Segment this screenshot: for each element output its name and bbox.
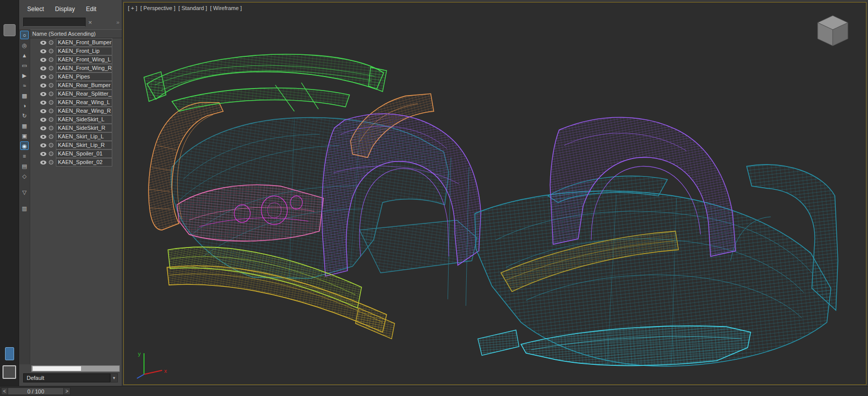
bucket-icon[interactable]: ▥ <box>20 204 29 212</box>
explorer-display-toolbar: ○ ◎ ▲ ▭ ▶ ≈ ▩ ◑ ↻ ▦ ▣ ◉ ≡ ▤ ◇ ▽ ▥ <box>19 29 30 364</box>
viewport-menu-view[interactable]: [ Perspective ] <box>140 5 176 11</box>
object-type-icon[interactable] <box>49 49 53 53</box>
scene-object-row[interactable]: KAEN_Pipes <box>30 72 122 81</box>
display-geometry-icon[interactable]: ◑ <box>20 101 29 110</box>
scene-object-row[interactable]: KAEN_Spoiler_02 <box>30 158 122 167</box>
chevron-down-icon[interactable]: ▾ <box>110 373 118 382</box>
visibility-eye-icon[interactable] <box>40 143 46 147</box>
perspective-viewport[interactable]: [ + ] [ Perspective ] [ Standard ] [ Wir… <box>123 2 866 385</box>
object-type-icon[interactable] <box>49 74 53 79</box>
prev-frame-button[interactable]: < <box>1 387 8 395</box>
toolbar-overflow-icon[interactable]: » <box>116 19 119 25</box>
object-type-icon[interactable] <box>49 66 53 70</box>
world-axis-tripod: y x <box>129 347 171 380</box>
display-hidden-icon[interactable]: ◉ <box>20 141 29 150</box>
object-name: KAEN_Pipes <box>56 72 112 81</box>
visibility-eye-icon[interactable] <box>40 84 46 88</box>
scene-object-row[interactable]: KAEN_Front_Wing_L <box>30 55 122 64</box>
object-type-icon[interactable] <box>49 143 53 147</box>
visibility-eye-icon[interactable] <box>40 92 46 96</box>
viewcube[interactable] <box>812 13 854 50</box>
visibility-eye-icon[interactable] <box>40 118 46 122</box>
object-type-icon[interactable] <box>49 40 53 45</box>
object-name: KAEN_Front_Bumper <box>56 38 112 47</box>
object-list: Name (Sorted Ascending) KAEN_Front_Bumpe… <box>30 29 122 364</box>
horizontal-scrollbar[interactable] <box>31 365 120 372</box>
visibility-eye-icon[interactable] <box>40 152 46 156</box>
clear-search-icon[interactable]: × <box>86 19 95 26</box>
viewport-label: [ + ] [ Perspective ] [ Standard ] [ Wir… <box>128 5 242 11</box>
list-view-icon[interactable]: ≡ <box>20 151 29 160</box>
scene-object-row[interactable]: KAEN_Skirt_Lip_L <box>30 132 122 141</box>
scene-object-row[interactable]: KAEN_SideSkirt_L <box>30 115 122 124</box>
object-type-icon[interactable] <box>49 126 53 130</box>
object-rows: KAEN_Front_Bumper KAEN_Front_Lip KAEN_Fr… <box>30 38 122 364</box>
visibility-eye-icon[interactable] <box>40 126 46 130</box>
scene-object-row[interactable]: KAEN_Front_Wing_R <box>30 64 122 72</box>
scene-object-row[interactable]: KAEN_Rear_Wing_R <box>30 107 122 115</box>
dock-toolbar-icon[interactable] <box>4 24 16 36</box>
preset-dropdown[interactable]: Default <box>23 373 110 382</box>
display-cameras-icon[interactable]: ▭ <box>20 61 29 69</box>
rear-wing-green <box>144 54 387 111</box>
viewport-area: [ + ] [ Perspective ] [ Standard ] [ Wir… <box>122 0 868 386</box>
scrollbar-thumb[interactable] <box>33 366 81 371</box>
object-name: KAEN_SideSkirt_R <box>56 124 112 132</box>
visibility-eye-icon[interactable] <box>40 49 46 53</box>
scene-object-row[interactable]: KAEN_Skirt_Lip_R <box>30 141 122 149</box>
object-type-icon[interactable] <box>49 57 53 62</box>
visibility-eye-icon[interactable] <box>40 109 46 113</box>
visibility-eye-icon[interactable] <box>40 41 46 45</box>
visibility-eye-icon[interactable] <box>40 101 46 105</box>
object-name: KAEN_Rear_Wing_R <box>56 107 112 115</box>
object-type-icon[interactable] <box>49 160 53 165</box>
column-config-icon[interactable]: ▤ <box>20 162 29 170</box>
object-type-icon[interactable] <box>49 83 53 88</box>
object-name: KAEN_Front_Lip <box>56 47 112 55</box>
selection-set-icon[interactable]: ○ <box>20 31 29 39</box>
visibility-eye-icon[interactable] <box>40 135 46 139</box>
display-frozen-icon[interactable]: ▣ <box>20 131 29 140</box>
dock-panel-icon[interactable] <box>3 365 16 379</box>
scene-explorer-panel: Select Display Edit × » ○ ◎ ▲ ▭ ▶ ≈ ▩ ◑ <box>19 0 122 386</box>
viewport-menu-style[interactable]: [ Standard ] <box>178 5 207 11</box>
visibility-eye-icon[interactable] <box>40 161 46 165</box>
menu-select[interactable]: Select <box>27 6 44 13</box>
name-column-header[interactable]: Name (Sorted Ascending) <box>30 29 122 38</box>
visibility-eye-icon[interactable] <box>40 66 46 70</box>
object-type-icon[interactable] <box>49 134 53 139</box>
next-frame-button[interactable]: > <box>63 387 70 395</box>
time-slider-thumb[interactable]: 0 / 100 <box>8 387 63 395</box>
cursor-pick-icon[interactable]: ▶ <box>20 71 29 80</box>
scene-object-row[interactable]: KAEN_Rear_Wing_L <box>30 98 122 107</box>
viewport-menu-shading[interactable]: [ Wireframe ] <box>210 5 242 11</box>
object-type-icon[interactable] <box>49 92 53 96</box>
menu-display[interactable]: Display <box>55 6 75 13</box>
menu-edit[interactable]: Edit <box>86 6 97 13</box>
notes-icon[interactable]: ◇ <box>20 172 29 180</box>
visibility-eye-icon[interactable] <box>40 75 46 79</box>
sync-selection-icon[interactable]: ◎ <box>20 41 29 49</box>
object-type-icon[interactable] <box>49 109 53 113</box>
display-lights-icon[interactable]: ▲ <box>20 51 29 59</box>
object-type-icon[interactable] <box>49 117 53 122</box>
scene-object-row[interactable]: KAEN_Rear_Bumper <box>30 81 122 90</box>
filter-icon[interactable]: ▽ <box>20 188 29 196</box>
visibility-eye-icon[interactable] <box>40 58 46 62</box>
display-materials-icon[interactable]: ▦ <box>20 121 29 130</box>
object-type-icon[interactable] <box>49 100 53 105</box>
layout-preset-row: Default ▾ <box>19 373 122 386</box>
scene-object-row[interactable]: KAEN_Front_Bumper <box>30 38 122 47</box>
refresh-icon[interactable]: ↻ <box>20 111 29 120</box>
scene-object-row[interactable]: KAEN_Front_Lip <box>30 47 122 55</box>
display-layers-icon[interactable]: ≈ <box>20 81 29 90</box>
display-containers-icon[interactable]: ▩ <box>20 91 29 100</box>
search-input[interactable] <box>23 18 86 27</box>
scene-object-row[interactable]: KAEN_SideSkirt_R <box>30 124 122 132</box>
scene-object-row[interactable]: KAEN_Spoiler_01 <box>30 149 122 158</box>
scene-object-row[interactable]: KAEN_Rear_Splitter_BOL <box>30 90 122 98</box>
dock-highlight-icon[interactable] <box>5 347 14 360</box>
3dsmax-window: Select Display Edit × » ○ ◎ ▲ ▭ ▶ ≈ ▩ ◑ <box>0 0 868 396</box>
object-type-icon[interactable] <box>49 151 53 156</box>
viewport-menu-plus[interactable]: [ + ] <box>128 5 137 11</box>
